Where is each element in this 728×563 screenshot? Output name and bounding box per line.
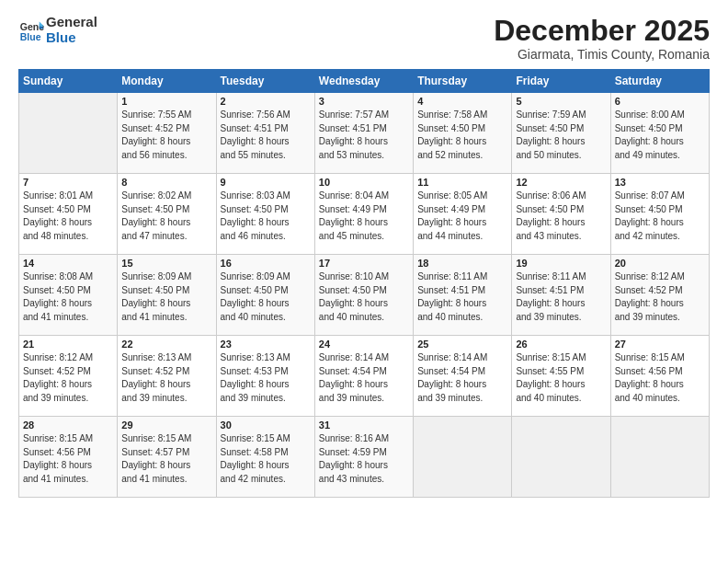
day-info: Sunrise: 8:00 AMSunset: 4:50 PMDaylight:…	[615, 109, 705, 162]
calendar-cell: 9Sunrise: 8:03 AMSunset: 4:50 PMDaylight…	[216, 174, 314, 255]
calendar-cell: 30Sunrise: 8:15 AMSunset: 4:58 PMDayligh…	[216, 417, 314, 498]
day-number: 24	[319, 339, 409, 350]
weekday-header-saturday: Saturday	[610, 70, 709, 93]
calendar-cell: 23Sunrise: 8:13 AMSunset: 4:53 PMDayligh…	[216, 336, 314, 417]
calendar-cell: 2Sunrise: 7:56 AMSunset: 4:51 PMDaylight…	[216, 93, 314, 174]
day-info: Sunrise: 8:14 AMSunset: 4:54 PMDaylight:…	[319, 351, 409, 405]
weekday-header-friday: Friday	[512, 70, 610, 93]
calendar-cell: 14Sunrise: 8:08 AMSunset: 4:50 PMDayligh…	[19, 255, 118, 336]
calendar-week-row: 21Sunrise: 8:12 AMSunset: 4:52 PMDayligh…	[19, 336, 710, 417]
calendar-cell	[414, 417, 512, 498]
calendar-cell: 7Sunrise: 8:01 AMSunset: 4:50 PMDaylight…	[19, 174, 118, 255]
calendar-cell: 17Sunrise: 8:10 AMSunset: 4:50 PMDayligh…	[314, 255, 413, 336]
day-number: 16	[221, 258, 311, 269]
day-info: Sunrise: 7:58 AMSunset: 4:50 PMDaylight:…	[417, 109, 507, 162]
calendar-cell: 16Sunrise: 8:09 AMSunset: 4:50 PMDayligh…	[216, 255, 314, 336]
day-info: Sunrise: 7:57 AMSunset: 4:51 PMDaylight:…	[319, 109, 409, 162]
logo-icon: General Blue	[18, 17, 44, 43]
calendar-cell: 4Sunrise: 7:58 AMSunset: 4:50 PMDaylight…	[414, 93, 512, 174]
calendar-cell: 25Sunrise: 8:14 AMSunset: 4:54 PMDayligh…	[414, 336, 512, 417]
calendar-cell: 18Sunrise: 8:11 AMSunset: 4:51 PMDayligh…	[414, 255, 512, 336]
day-info: Sunrise: 8:11 AMSunset: 4:51 PMDaylight:…	[417, 270, 507, 324]
calendar-cell	[610, 417, 709, 498]
calendar-week-row: 1Sunrise: 7:55 AMSunset: 4:52 PMDaylight…	[19, 93, 710, 174]
day-info: Sunrise: 8:13 AMSunset: 4:53 PMDaylight:…	[221, 351, 311, 405]
day-info: Sunrise: 8:05 AMSunset: 4:49 PMDaylight:…	[417, 190, 507, 243]
day-number: 18	[417, 258, 507, 269]
day-info: Sunrise: 8:13 AMSunset: 4:52 PMDaylight:…	[121, 351, 211, 405]
calendar-cell: 20Sunrise: 8:12 AMSunset: 4:52 PMDayligh…	[610, 255, 709, 336]
calendar-cell: 12Sunrise: 8:06 AMSunset: 4:50 PMDayligh…	[512, 174, 610, 255]
day-info: Sunrise: 8:15 AMSunset: 4:56 PMDaylight:…	[615, 351, 705, 405]
day-number: 26	[516, 339, 606, 350]
calendar-week-row: 28Sunrise: 8:15 AMSunset: 4:56 PMDayligh…	[19, 417, 710, 498]
day-info: Sunrise: 8:16 AMSunset: 4:59 PMDaylight:…	[319, 432, 409, 486]
calendar-cell: 3Sunrise: 7:57 AMSunset: 4:51 PMDaylight…	[314, 93, 413, 174]
day-number: 3	[319, 96, 409, 107]
weekday-header-tuesday: Tuesday	[216, 70, 314, 93]
day-info: Sunrise: 8:01 AMSunset: 4:50 PMDaylight:…	[23, 190, 113, 243]
calendar-cell: 24Sunrise: 8:14 AMSunset: 4:54 PMDayligh…	[314, 336, 413, 417]
day-info: Sunrise: 8:02 AMSunset: 4:50 PMDaylight:…	[121, 190, 211, 243]
day-number: 8	[121, 177, 211, 188]
weekday-header-wednesday: Wednesday	[314, 70, 413, 93]
weekday-header-row: SundayMondayTuesdayWednesdayThursdayFrid…	[19, 70, 710, 93]
day-number: 25	[417, 339, 507, 350]
calendar-cell: 8Sunrise: 8:02 AMSunset: 4:50 PMDaylight…	[118, 174, 216, 255]
calendar-cell: 31Sunrise: 8:16 AMSunset: 4:59 PMDayligh…	[314, 417, 413, 498]
day-info: Sunrise: 7:59 AMSunset: 4:50 PMDaylight:…	[516, 109, 606, 162]
day-number: 23	[221, 339, 311, 350]
calendar-cell: 5Sunrise: 7:59 AMSunset: 4:50 PMDaylight…	[512, 93, 610, 174]
day-info: Sunrise: 8:15 AMSunset: 4:56 PMDaylight:…	[23, 432, 113, 486]
day-info: Sunrise: 8:14 AMSunset: 4:54 PMDaylight:…	[417, 351, 507, 405]
calendar-subtitle: Giarmata, Timis County, Romania	[494, 47, 710, 62]
weekday-header-sunday: Sunday	[19, 70, 118, 93]
day-number: 6	[615, 96, 705, 107]
day-info: Sunrise: 8:07 AMSunset: 4:50 PMDaylight:…	[615, 190, 705, 243]
day-info: Sunrise: 8:09 AMSunset: 4:50 PMDaylight:…	[121, 270, 211, 324]
day-info: Sunrise: 8:12 AMSunset: 4:52 PMDaylight:…	[615, 270, 705, 324]
calendar-cell: 19Sunrise: 8:11 AMSunset: 4:51 PMDayligh…	[512, 255, 610, 336]
calendar-cell: 15Sunrise: 8:09 AMSunset: 4:50 PMDayligh…	[118, 255, 216, 336]
day-info: Sunrise: 8:08 AMSunset: 4:50 PMDaylight:…	[23, 270, 113, 324]
calendar-cell: 13Sunrise: 8:07 AMSunset: 4:50 PMDayligh…	[610, 174, 709, 255]
day-number: 29	[121, 419, 211, 431]
day-info: Sunrise: 8:11 AMSunset: 4:51 PMDaylight:…	[516, 270, 606, 324]
day-number: 28	[23, 419, 113, 431]
calendar-title: December 2025	[494, 15, 710, 47]
day-number: 5	[516, 96, 606, 107]
day-info: Sunrise: 8:12 AMSunset: 4:52 PMDaylight:…	[23, 351, 113, 405]
day-info: Sunrise: 8:06 AMSunset: 4:50 PMDaylight:…	[516, 190, 606, 243]
logo-blue-text: Blue	[46, 29, 76, 45]
day-number: 13	[615, 177, 705, 188]
calendar-cell: 21Sunrise: 8:12 AMSunset: 4:52 PMDayligh…	[19, 336, 118, 417]
calendar-cell	[19, 93, 118, 174]
day-info: Sunrise: 8:15 AMSunset: 4:57 PMDaylight:…	[121, 432, 211, 486]
day-number: 31	[319, 419, 409, 431]
day-info: Sunrise: 8:03 AMSunset: 4:50 PMDaylight:…	[221, 190, 311, 243]
day-number: 10	[319, 177, 409, 188]
day-info: Sunrise: 7:56 AMSunset: 4:51 PMDaylight:…	[221, 109, 311, 162]
day-info: Sunrise: 8:10 AMSunset: 4:50 PMDaylight:…	[319, 270, 409, 324]
calendar-cell	[512, 417, 610, 498]
weekday-header-monday: Monday	[118, 70, 216, 93]
day-number: 27	[615, 339, 705, 350]
title-block: December 2025 Giarmata, Timis County, Ro…	[494, 15, 710, 62]
day-number: 30	[221, 419, 311, 431]
day-number: 14	[23, 258, 113, 269]
day-number: 2	[221, 96, 311, 107]
logo-general-text: General	[46, 14, 97, 29]
calendar-cell: 22Sunrise: 8:13 AMSunset: 4:52 PMDayligh…	[118, 336, 216, 417]
calendar-cell: 1Sunrise: 7:55 AMSunset: 4:52 PMDaylight…	[118, 93, 216, 174]
day-info: Sunrise: 8:15 AMSunset: 4:58 PMDaylight:…	[221, 432, 311, 486]
calendar-cell: 11Sunrise: 8:05 AMSunset: 4:49 PMDayligh…	[414, 174, 512, 255]
day-number: 15	[121, 258, 211, 269]
day-number: 19	[516, 258, 606, 269]
calendar-week-row: 14Sunrise: 8:08 AMSunset: 4:50 PMDayligh…	[19, 255, 710, 336]
day-number: 4	[417, 96, 507, 107]
weekday-header-thursday: Thursday	[414, 70, 512, 93]
calendar-table: SundayMondayTuesdayWednesdayThursdayFrid…	[18, 69, 710, 498]
calendar-cell: 6Sunrise: 8:00 AMSunset: 4:50 PMDaylight…	[610, 93, 709, 174]
day-number: 22	[121, 339, 211, 350]
calendar-cell: 29Sunrise: 8:15 AMSunset: 4:57 PMDayligh…	[118, 417, 216, 498]
